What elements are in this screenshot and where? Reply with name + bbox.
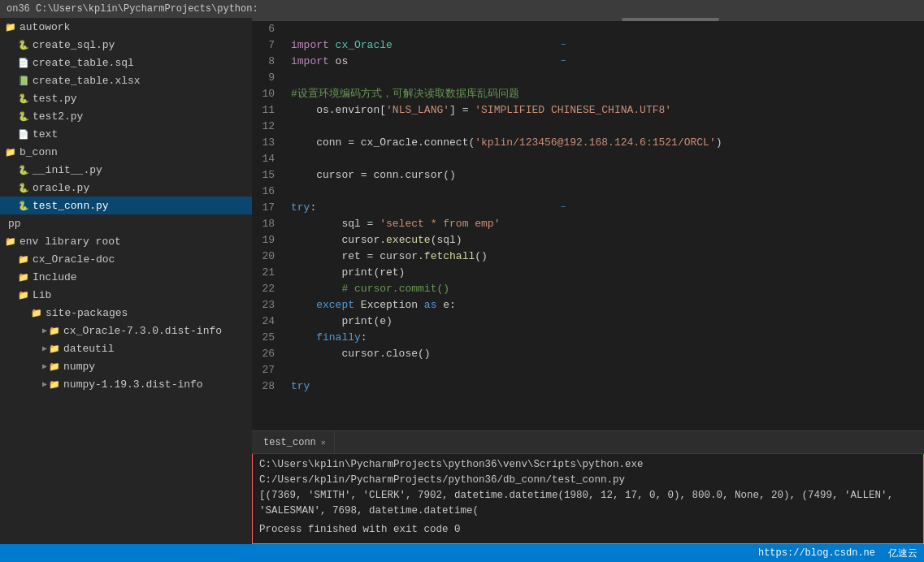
sidebar-item-site-packages[interactable]: 📁 site-packages [0,304,252,322]
code-line-11: os.environ['NLS_LANG'] = 'SIMPLIFIED CHI… [291,102,924,119]
sidebar-item-Lib[interactable]: 📁 Lib [0,286,252,304]
sidebar-item-label: Include [33,271,77,283]
code-line-27 [291,362,924,378]
sidebar-item-b-conn[interactable]: 📁 b_conn [0,143,252,161]
py-file-icon: 🐍 [18,40,29,50]
py-file-icon: 🐍 [18,111,29,122]
code-token: : [310,200,316,216]
status-bar: https://blog.csdn.ne 亿速云 [0,544,924,562]
terminal-area: test_conn ✕ C:\Users\kplin\PycharmProjec… [252,430,924,544]
sidebar-item-dateutil[interactable]: ▶ 📁 dateutil [0,339,252,357]
line-number-18: 18 [258,216,275,232]
sidebar-item-label: create_sql.py [33,39,115,51]
terminal-close-icon[interactable]: ✕ [321,438,326,447]
xlsx-file-icon: 📗 [18,76,29,86]
folder-icon: 📁 [18,290,29,300]
sidebar-item-label: b_conn [20,146,58,158]
py-file-icon: 🐍 [18,183,29,193]
sidebar-item-numpy[interactable]: ▶ 📁 numpy [0,357,252,375]
line-number-28: 28 [258,378,275,395]
sidebar-item---init---py[interactable]: 🐍 __init__.py [0,161,252,179]
sidebar-item-oracle-py[interactable]: 🐍 oracle.py [0,179,252,197]
sidebar-item-create-sql-py[interactable]: 🐍 create_sql.py [0,36,252,54]
sidebar-item-create-table-sql[interactable]: 📄 create_table.sql [0,54,252,71]
terminal-content[interactable]: C:\Users\kplin\PycharmProjects\python36\… [252,454,924,544]
code-line-18: sql = 'select * from emp' [291,216,924,232]
folder-icon: 📁 [5,236,16,247]
sidebar-item-create-table-xlsx[interactable]: 📗 create_table.xlsx [0,71,252,89]
folder-icon: 📁 [18,272,29,283]
code-line-14 [291,151,924,167]
sidebar-item-Include[interactable]: 📁 Include [0,268,252,286]
line-number-11: 11 [258,102,275,119]
sidebar-item-numpy-1-19-3-dist-info[interactable]: ▶ 📁 numpy-1.19.3.dist-info [0,375,252,393]
code-lines: import cx_Oracle−import os−#设置环境编码方式，可解决… [284,21,924,430]
code-token: os [291,102,329,119]
py-file-icon: 🐍 [18,93,29,104]
status-right: https://blog.csdn.ne 亿速云 [758,547,917,560]
folder-icon: 📁 [31,308,42,318]
collapse-button-7[interactable]: − [561,37,566,54]
sidebar-item-test-py[interactable]: 🐍 test.py [0,89,252,107]
sidebar-item-autowork[interactable]: 📁 autowork [0,18,252,36]
sidebar-item-test-conn-py[interactable]: 🐍 test_conn.py [0,197,252,214]
terminal-tab-test-conn[interactable]: test_conn ✕ [255,431,335,453]
code-line-7: import cx_Oracle− [291,37,924,54]
line-number-20: 20 [258,249,275,265]
sidebar-item-text[interactable]: 📄 text [0,125,252,143]
line-number-12: 12 [258,119,275,135]
code-token: try [291,378,310,395]
code-line-17: try:− [291,200,924,216]
sidebar-item-cx-Oracle-doc[interactable]: 📁 cx_Oracle-doc [0,250,252,268]
code-token: print(e) [291,313,393,330]
code-token: .environ[ [329,102,386,119]
collapse-button-17[interactable]: − [561,200,566,216]
sidebar-item-label: __init__.py [33,164,102,176]
collapse-button-8[interactable]: − [561,54,566,70]
scroll-indicator [252,18,924,21]
code-line-9 [291,70,924,86]
code-token: Exception [354,297,424,313]
sidebar-item-env-library-root[interactable]: 📁 env library root [0,232,252,250]
code-token [291,281,341,297]
code-line-25: finally: [291,330,924,346]
line-number-14: 14 [258,151,275,167]
code-token: except [316,297,354,313]
code-token: print(ret) [291,265,405,281]
code-token: 'SIMPLIFIED CHINESE_CHINA.UTF8' [475,102,671,119]
code-token [291,330,316,346]
folder-icon: 📁 [5,22,16,32]
code-line-22: # cursor.commit() [291,281,924,297]
code-container[interactable]: 6789101112131415161718192021222324252627… [252,21,924,430]
code-token: try [291,200,310,216]
line-number-23: 23 [258,297,275,313]
sidebar-item-label: test2.py [33,110,83,123]
sidebar-item-cx-Oracle-7-3-0-dist-info[interactable]: ▶ 📁 cx_Oracle-7.3.0.dist-info [0,322,252,339]
sql-file-icon: 📄 [18,58,29,68]
sidebar-item-label: cx_Oracle-doc [33,253,115,266]
sidebar-items-container: 📁 autowork 🐍 create_sql.py 📄 create_tabl… [0,18,252,393]
code-line-6 [291,21,924,37]
code-token: fetchall [424,249,475,265]
folder-icon: 📁 [5,147,16,158]
sidebar-item-label: autowork [20,21,70,33]
sidebar-item-pp[interactable]: pp [0,214,252,232]
code-token: # cursor.commit() [341,281,449,297]
code-line-19: cursor.execute(sql) [291,232,924,249]
scroll-thumb [622,18,719,21]
line-number-6: 6 [258,21,275,37]
code-token: cx_Oracle [336,37,393,54]
code-token: () [475,249,488,265]
sidebar-item-label: dateutil [63,343,114,355]
editor-area: 6789101112131415161718192021222324252627… [252,18,924,544]
code-line-21: print(ret) [291,265,924,281]
code-line-16 [291,184,924,200]
terminal-tab-label: test_conn [263,437,316,448]
sidebar-item-label: env library root [20,236,121,248]
sidebar-item-label: numpy [63,361,95,373]
code-line-26: cursor.close() [291,346,924,362]
folder-icon: 📁 [49,361,60,372]
folder-icon: 📁 [49,326,60,336]
sidebar-item-test2-py[interactable]: 🐍 test2.py [0,107,252,125]
sidebar-item-label: create_table.sql [33,57,134,69]
